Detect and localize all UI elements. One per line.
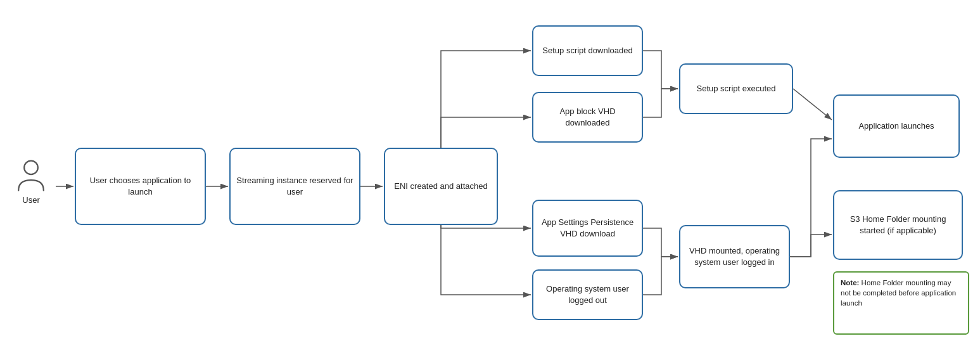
box-app-launches: Application launches	[833, 94, 960, 158]
box-os-user: Operating system user logged out	[532, 269, 643, 320]
box-eni: ENI created and attached	[384, 148, 498, 225]
box-streaming: Streaming instance reserved for user	[229, 148, 360, 225]
svg-line-4	[793, 89, 832, 120]
box-setup-script: Setup script downloaded	[532, 25, 643, 76]
box-s3-home: S3 Home Folder mounting started (if appl…	[833, 190, 963, 260]
flow-diagram: User User chooses application to launch …	[0, 0, 980, 348]
box-app-settings: App Settings Persistence VHD download	[532, 200, 643, 257]
note-home-folder: Note: Home Folder mounting may not be co…	[833, 271, 969, 335]
box-vhd-mounted: VHD mounted, operating system user logge…	[679, 225, 790, 288]
user-icon: User	[14, 158, 48, 205]
box-user-chooses: User chooses application to launch	[75, 148, 206, 225]
svg-point-5	[24, 161, 38, 175]
box-setup-executed: Setup script executed	[679, 63, 793, 114]
user-label: User	[22, 195, 39, 205]
box-app-block-vhd: App block VHD downloaded	[532, 92, 643, 143]
